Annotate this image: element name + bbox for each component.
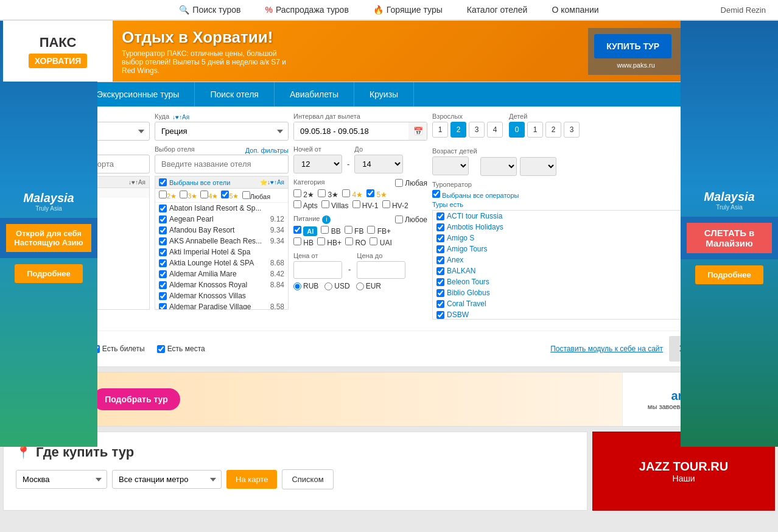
nutr-fbplus[interactable]: FB+ [367, 226, 391, 236]
left-promo-box: Открой для себя Настоящую Азию [6, 224, 91, 252]
price-to-input[interactable] [357, 261, 405, 279]
cat-5star[interactable]: 5★ [366, 189, 387, 199]
to-select[interactable]: Греция [155, 122, 289, 141]
hotel-item-aegean[interactable]: Aegean Pearl 9.12 [155, 214, 288, 225]
category-any-label[interactable]: Любая [395, 179, 427, 187]
nutrition-any-label[interactable]: Любое [395, 215, 427, 224]
children-0[interactable]: 0 [509, 122, 525, 138]
child-age-1[interactable] [432, 156, 469, 175]
banner-text: Отдых в Хорватии! Туроператор ПАКС: отли… [113, 21, 588, 82]
nutr-fb[interactable]: FB [345, 226, 364, 236]
adults-2[interactable]: 2 [450, 122, 466, 138]
child-age-label: Возраст детей [432, 147, 477, 155]
to-label: Куда [155, 113, 169, 120]
nav-hotels[interactable]: Каталог отелей [467, 5, 528, 15]
seats-exist-check[interactable] [157, 345, 165, 353]
category-any-check[interactable] [395, 179, 403, 187]
map-button[interactable]: На карте [226, 470, 277, 489]
currency-usd[interactable]: USD [324, 282, 349, 290]
tab-excursion[interactable]: Экскурсионные туры [82, 82, 195, 107]
hotel-item-akti[interactable]: Akti Imperial Hotel & Spa [155, 247, 288, 257]
search-widget: Поиск тура Экскурсионные туры Поиск отел… [3, 82, 775, 367]
hotel-star-any[interactable]: Любая [242, 191, 271, 200]
nav-sale[interactable]: % Распродажа туров [265, 5, 348, 15]
cat-villas[interactable]: Villas [321, 200, 349, 210]
hotel-item-afandou[interactable]: Afandou Bay Resort 9.34 [155, 225, 288, 236]
price-from-input[interactable] [293, 261, 342, 279]
bottom-banner: Dubai Parks AND RESORTS Подобрать тур an… [3, 372, 775, 427]
hotel-item-aldemar-paradise[interactable]: Aldemar Paradise Village 8.58 [155, 301, 288, 310]
nutr-ai[interactable]: AI [293, 226, 317, 236]
cat-4star[interactable]: 4★ [342, 189, 363, 199]
right-tagline: Truly Asia [704, 204, 754, 211]
hotel-item-aks[interactable]: AKS Annabelle Beach Res... 9.34 [155, 236, 288, 247]
adults-1[interactable]: 1 [432, 122, 448, 138]
banner-buy-button[interactable]: КУПИТЬ ТУР [594, 34, 671, 58]
hotel-item-aldemar-knossos[interactable]: Aldemar Knossos Royal 8.84 [155, 279, 288, 290]
nutr-bb[interactable]: BB [321, 226, 340, 236]
operator-all-check[interactable] [432, 190, 440, 198]
cat-hv2[interactable]: HV-2 [382, 200, 408, 210]
search-icon: 🔍 [179, 5, 189, 15]
banner-logo-area: ПАКС ХОРВ​АТИЯ [3, 21, 113, 82]
city-select[interactable]: Москва [16, 470, 107, 489]
hotel-list: Выбраны все отели ⭐↓♥↑Ая 2★ 3★ 4★ 5★ Люб… [155, 176, 289, 310]
list-button[interactable]: Списком [282, 469, 333, 489]
cat-hv1[interactable]: HV-1 [352, 200, 379, 210]
left-details-button[interactable]: Подробнее [15, 264, 83, 283]
nav-tour-search[interactable]: 🔍 Поиск туров [179, 5, 240, 15]
hotel-item-aldemar-amilia[interactable]: Aldemar Amilia Mare 8.42 [155, 268, 288, 279]
seats-exist-label[interactable]: Есть места [157, 345, 205, 353]
extra-filters-link[interactable]: Доп. фильтры [245, 147, 289, 154]
module-link[interactable]: Поставить модуль к себе на сайт [550, 345, 663, 353]
hotel-item-aktia[interactable]: Aktia Lounge Hotel & SPA 8.68 [155, 257, 288, 268]
right-side-banner: Malaysia Truly Asia СЛЕТАТЬ в Малайзию П… [681, 21, 778, 447]
child-age-3[interactable] [520, 157, 556, 176]
hotel-input[interactable] [155, 155, 289, 173]
cat-3star[interactable]: 3★ [318, 189, 338, 199]
dates-input[interactable] [294, 122, 408, 140]
adults-3[interactable]: 3 [469, 122, 485, 138]
right-details-button[interactable]: Подробнее [695, 265, 763, 284]
calendar-icon[interactable]: 📅 [408, 122, 427, 140]
hotel-star-4[interactable]: 4★ [200, 191, 218, 200]
operator-all-check-label[interactable]: Выбраны все операторы [432, 190, 519, 199]
nutrition-info-icon[interactable]: i [322, 215, 331, 224]
child-age-2[interactable] [480, 157, 517, 176]
hotel-star-5[interactable]: 5★ [221, 191, 239, 200]
children-2[interactable]: 2 [545, 122, 561, 138]
nights-to-select[interactable]: 14 [354, 155, 403, 173]
children-3[interactable]: 3 [564, 122, 580, 138]
currency-eur[interactable]: EUR [356, 282, 381, 290]
to-sort-icon[interactable]: ↓♥↑Ая [172, 114, 189, 121]
tickets-exist-label[interactable]: Есть билеты [92, 345, 145, 353]
children-1[interactable]: 1 [527, 122, 543, 138]
nutr-hb[interactable]: HB [293, 237, 314, 247]
right-promo-text: СЛЕТАТЬ в Малайзию [704, 228, 755, 248]
cat-2star[interactable]: 2★ [293, 189, 314, 199]
tab-cruise[interactable]: Круизы [354, 82, 414, 107]
hotel-star-3[interactable]: 3★ [180, 191, 197, 200]
hotels-all-check[interactable] [159, 178, 167, 186]
hotels-sort-icon[interactable]: ⭐↓♥↑Ая [260, 179, 284, 186]
currency-rub[interactable]: RUB [293, 282, 318, 290]
cat-apts[interactable]: Apts [293, 200, 318, 210]
nutr-hbplus[interactable]: HB+ [317, 237, 342, 247]
nav-about[interactable]: О компании [552, 5, 598, 15]
nutr-uai[interactable]: UAI [370, 237, 391, 247]
adults-4[interactable]: 4 [487, 122, 503, 138]
nav-hot-tours[interactable]: 🔥 Горящие туры [373, 5, 443, 15]
hotel-star-2[interactable]: 2★ [159, 191, 177, 200]
hotel-item-abaton[interactable]: Abaton Island Resort & Sp... [155, 203, 288, 214]
dubai-select-tour-button[interactable]: Подобрать тур [93, 388, 180, 410]
nights-from-select[interactable]: 12 [293, 155, 342, 173]
tab-avia[interactable]: Авиабилеты [275, 82, 354, 107]
nutr-ro[interactable]: RO [345, 237, 366, 247]
metro-select[interactable]: Все станции метро [112, 470, 222, 489]
resort-sort-icon[interactable]: ↓♥↑Ая [128, 179, 145, 186]
left-tagline: Truly Asia [23, 205, 74, 212]
tab-hotel-search[interactable]: Поиск отеля [195, 82, 275, 107]
search-tabs: Поиск тура Экскурсионные туры Поиск отел… [4, 82, 774, 107]
nutrition-any-check[interactable] [395, 215, 403, 223]
hotel-item-aldemar-villas[interactable]: Aldemar Knossos Villas [155, 290, 288, 301]
